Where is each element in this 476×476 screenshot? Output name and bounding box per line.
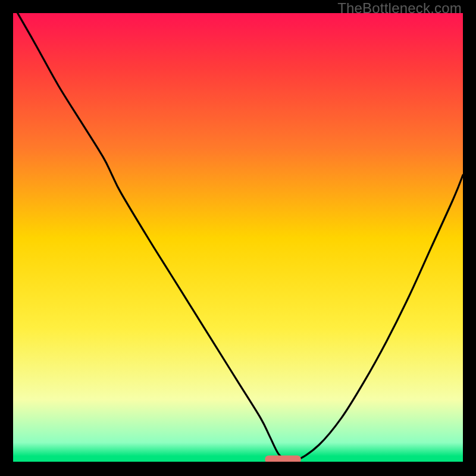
watermark-text: TheBottleneck.com bbox=[337, 0, 462, 17]
gradient-background bbox=[13, 13, 463, 463]
bottleneck-chart bbox=[13, 13, 463, 463]
chart-frame bbox=[13, 13, 463, 463]
